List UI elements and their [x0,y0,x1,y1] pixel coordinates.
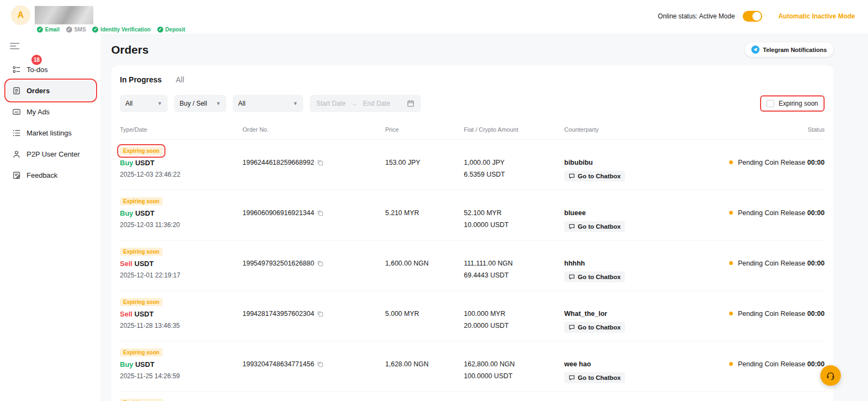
status-timer: 00:00 [807,360,825,368]
check-icon: ✓ [37,27,43,33]
status-dot-icon [729,160,733,164]
counterparty-name[interactable]: What_the_lor [564,298,700,318]
fiat-amount: 162,800.00 NGN [464,360,564,368]
status-cell: Pending Coin Release 00:00 [700,399,825,401]
orders-clipboard-icon [12,86,21,95]
page-title: Orders [111,43,149,56]
sidebar-collapse-icon[interactable] [10,42,20,50]
sidebar-item-p2p-user-center[interactable]: P2P User Center [7,144,95,164]
order-row: Expiring soon Sell USDT 2025-11-28 13:46… [120,290,825,341]
amount-cell: 5,000.000 MYR 1,000.0000 USDT [464,399,564,401]
expiring-soon-checkbox[interactable] [767,100,774,107]
expiring-soon-tag: Expiring soon [120,197,163,205]
copy-icon[interactable] [317,210,323,216]
telegram-notifications-button[interactable]: Telegram Notifications [745,42,833,57]
order-asset: USDT [135,260,154,268]
col-header-order-no: Order No. [242,126,385,133]
online-status-label: Online status: Active Mode [658,12,735,20]
go-to-chatbox-label: Go to Chatbox [578,324,621,331]
counterparty-name[interactable]: kukuruza [564,399,700,401]
status-text: Pending Coin Release [738,260,805,267]
orders-card: In Progress All All ▼ Buy / Sell ▼ All ▼… [111,66,833,401]
verification-badge: ✓ SMS [66,27,86,33]
expiring-soon-tag-wrap: Expiring soon [120,248,163,256]
automatic-inactive-mode-link[interactable]: Automatic Inactive Mode [778,12,855,20]
type-date-cell: Expiring soon Buy USDT 2025-11-25 14:26:… [120,348,242,380]
crypto-amount: 6.5359 USDT [464,171,564,178]
expiring-soon-tag-wrap: Expiring soon [120,298,163,306]
go-to-chatbox-label: Go to Chatbox [578,223,621,230]
sidebar-item-my-ads[interactable]: AD My Ads [7,102,95,121]
copy-icon[interactable] [317,311,323,317]
range-arrow-icon: → [351,100,358,107]
amount-cell: 52.100 MYR 10.0000 USDT [464,197,564,229]
sidebar-item-market-listings[interactable]: Market listings [7,123,95,143]
type-filter-value: All [125,100,132,107]
go-to-chatbox-button[interactable]: Go to Chatbox [564,171,625,182]
sidebar-item-todos[interactable]: To-dos 18 [7,60,95,79]
verification-badge-label: Deposit [165,27,186,33]
order-datetime: 2025-12-03 11:36:20 [120,221,242,229]
list-icon [12,128,21,138]
order-side: Buy [120,209,133,217]
crypto-amount: 69.4443 USDT [464,271,564,279]
order-no: 1996060906916921344 [242,209,314,217]
crypto-amount: 100.0000 USDT [464,372,564,380]
customer-support-button[interactable] [820,365,841,386]
crypto-amount: 20.0000 USDT [464,322,564,329]
online-status-toggle[interactable] [743,11,762,22]
type-date-cell: Expiring soon Sell USDT 2025-11-28 13:46… [120,298,242,329]
go-to-chatbox-button[interactable]: Go to Chatbox [564,271,625,282]
counterparty-name[interactable]: hhhhh [564,248,700,267]
counterparty-name[interactable]: bibubibu [564,147,700,166]
order-no: 1993204748634771456 [242,360,314,368]
type-date-cell: Expiring soon Buy USDT 2025-12-03 11:36:… [120,197,242,229]
status-text: Pending Coin Release [738,209,805,217]
status-filter-select[interactable]: All ▼ [233,95,303,112]
counterparty-cell: wee hao Go to Chatbox [564,348,700,383]
telegram-notifications-label: Telegram Notifications [763,47,827,53]
sidebar-item-label: Feedback [27,171,58,179]
verification-badge-label: SMS [74,27,86,33]
go-to-chatbox-button[interactable]: Go to Chatbox [564,322,625,333]
copy-icon[interactable] [317,260,323,267]
order-no-cell: 1995497932501626880 [242,248,385,267]
verification-badge: ✓ Email [37,27,60,33]
expiring-soon-filter[interactable]: Expiring soon [760,95,825,112]
status-cell: Pending Coin Release 00:00 [700,197,825,217]
toggle-knob [752,12,761,21]
status-timer: 00:00 [807,310,825,318]
order-price: 5.000 MYR [385,298,464,318]
order-no-cell: 1994281743957602304 [242,298,385,318]
counterparty-name[interactable]: wee hao [564,348,700,368]
amount-cell: 1,000.00 JPY 6.5359 USDT [464,147,564,178]
tab-all[interactable]: All [176,75,184,84]
sidebar-item-label: Orders [27,87,50,95]
copy-icon[interactable] [317,361,323,367]
check-icon: ✓ [92,27,98,33]
counterparty-cell: hhhhh Go to Chatbox [564,248,700,282]
sidebar-item-orders[interactable]: Orders [7,81,95,100]
start-date-placeholder: Start Date [316,100,346,107]
avatar[interactable]: A [11,5,30,25]
amount-cell: 100.000 MYR 20.0000 USDT [464,298,564,329]
date-range-picker[interactable]: Start Date → End Date [310,95,421,112]
side-filter-select[interactable]: Buy / Sell ▼ [174,95,226,112]
order-asset: USDT [135,310,154,318]
verification-badge-label: Identity Verification [100,27,150,33]
order-datetime: 2025-12-03 23:46:22 [120,171,242,178]
order-price: 153.00 JPY [385,147,464,166]
sidebar-item-feedback[interactable]: Feedback [7,165,95,185]
go-to-chatbox-button[interactable]: Go to Chatbox [564,372,625,383]
go-to-chatbox-button[interactable]: Go to Chatbox [564,221,625,232]
tab-in-progress[interactable]: In Progress [120,75,162,84]
type-filter-select[interactable]: All ▼ [120,95,168,112]
copy-icon[interactable] [317,159,323,166]
status-cell: Pending Coin Release 00:00 [700,348,825,368]
order-no: 1995497932501626880 [242,260,314,267]
counterparty-name[interactable]: blueee [564,197,700,217]
amount-cell: 111,111.00 NGN 69.4443 USDT [464,248,564,279]
amount-cell: 162,800.00 NGN 100.0000 USDT [464,348,564,380]
order-side: Buy [120,159,133,167]
check-icon: ✓ [66,27,72,33]
